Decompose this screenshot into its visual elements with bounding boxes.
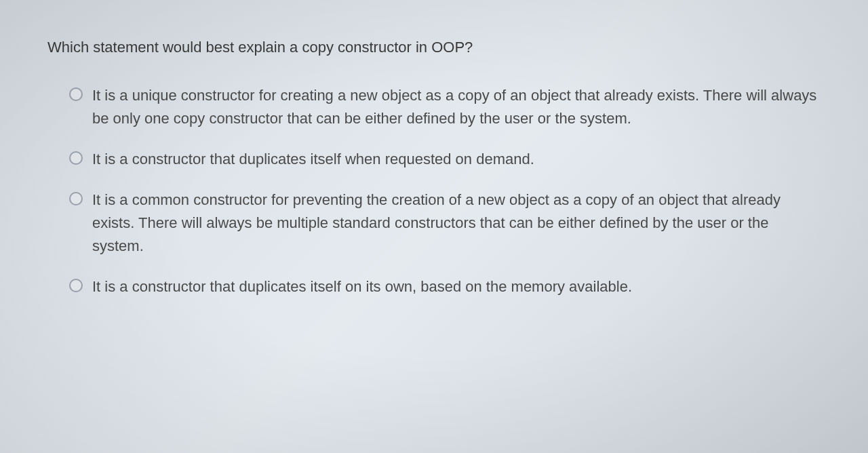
quiz-question-container: Which statement would best explain a cop…	[0, 0, 868, 453]
option-4-text: It is a constructor that duplicates itse…	[92, 275, 632, 298]
option-3[interactable]: It is a common constructor for preventin…	[69, 189, 821, 258]
option-2[interactable]: It is a constructor that duplicates itse…	[69, 148, 821, 171]
option-3-text: It is a common constructor for preventin…	[92, 189, 821, 258]
radio-button-4[interactable]	[69, 279, 83, 292]
option-1[interactable]: It is a unique constructor for creating …	[69, 84, 821, 130]
options-list: It is a unique constructor for creating …	[47, 84, 821, 299]
radio-button-1[interactable]	[69, 87, 83, 101]
option-2-text: It is a constructor that duplicates itse…	[92, 148, 534, 171]
question-prompt: Which statement would best explain a cop…	[47, 37, 821, 58]
option-4[interactable]: It is a constructor that duplicates itse…	[69, 275, 821, 298]
radio-button-2[interactable]	[69, 151, 83, 165]
radio-button-3[interactable]	[69, 192, 83, 205]
option-1-text: It is a unique constructor for creating …	[92, 84, 821, 130]
